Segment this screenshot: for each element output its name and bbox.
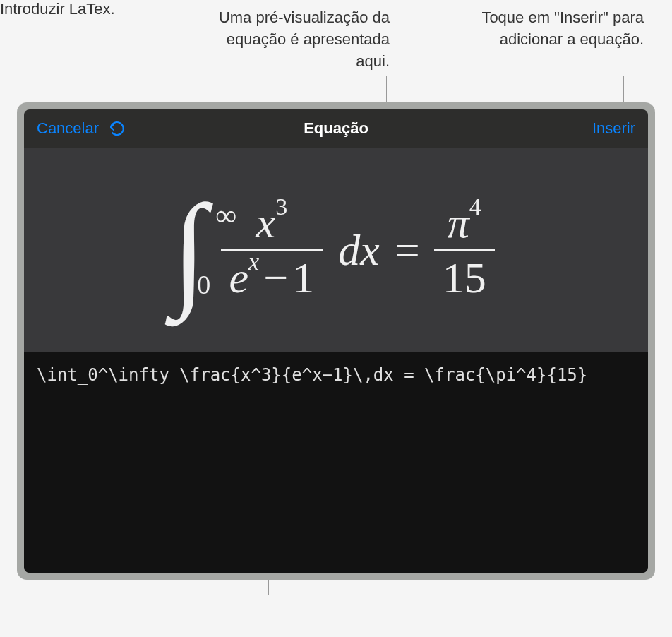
dx-d: d [338, 226, 360, 274]
callout-preview: Uma pré-visualização da equação é aprese… [213, 7, 390, 72]
var-x: x [256, 198, 276, 246]
latex-source-text[interactable]: \int_0^\infty \frac{x^3}{e^x−1}\,dx = \f… [37, 362, 635, 388]
fraction-denominator: ex−1 [221, 251, 323, 304]
nav-left-group: Cancelar [37, 119, 127, 138]
dx-x: x [360, 226, 380, 274]
fraction-numerator: x3 [248, 196, 296, 249]
undo-icon [107, 119, 127, 138]
result-denominator: 15 [434, 251, 495, 304]
rendered-equation: ∫ ∞ 0 x3 ex−1 dx = [172, 193, 500, 307]
var-pi: π [448, 198, 469, 246]
cancel-button[interactable]: Cancelar [37, 119, 99, 138]
device-frame: Cancelar Equação Inserir ∫ ∞ 0 [17, 102, 655, 580]
equation-navbar: Cancelar Equação Inserir [24, 109, 648, 148]
integral-symbol-group: ∫ ∞ 0 [172, 193, 206, 307]
const-1: 1 [292, 254, 314, 302]
undo-button[interactable] [107, 119, 127, 138]
result-numerator: π4 [439, 196, 490, 249]
latex-input-area[interactable]: \int_0^\infty \frac{x^3}{e^x−1}\,dx = \f… [24, 352, 648, 573]
minus-op: − [263, 254, 288, 302]
equation-preview: ∫ ∞ 0 x3 ex−1 dx = [24, 148, 648, 352]
var-e: e [229, 254, 249, 302]
insert-button[interactable]: Inserir [592, 119, 635, 138]
exponent-4: 4 [469, 194, 481, 220]
fraction-result: π4 15 [434, 196, 495, 304]
integral-lower-limit: 0 [197, 269, 210, 300]
dialog-title: Equação [304, 119, 368, 138]
exponent-3: 3 [275, 194, 287, 220]
exponent-x: x [248, 249, 259, 275]
equation-editor-screen: Cancelar Equação Inserir ∫ ∞ 0 [24, 109, 648, 573]
equals-sign: = [395, 225, 420, 275]
integral-upper-limit: ∞ [215, 198, 236, 232]
differential-dx: dx [338, 225, 380, 275]
callout-insert: Toque em "Inserir" para adicionar a equa… [481, 7, 644, 51]
